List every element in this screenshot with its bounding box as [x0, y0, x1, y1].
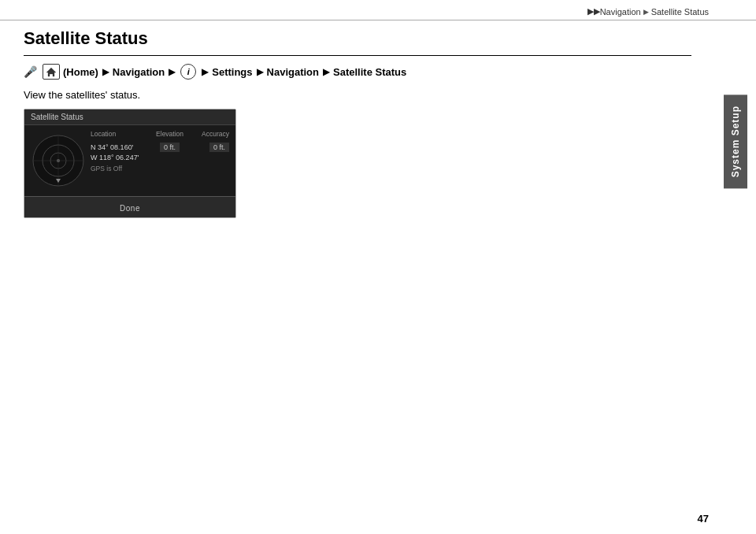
col-header-accuracy: Accuracy [190, 130, 229, 138]
arrow-3: ▶ [202, 67, 208, 77]
page-description: View the satellites' status. [24, 89, 691, 101]
arrow-4: ▶ [257, 67, 263, 77]
svg-marker-0 [46, 68, 56, 76]
col-header-elevation: Elevation [150, 130, 189, 138]
done-bar[interactable]: Done [24, 196, 235, 217]
satellite-screen: Satellite Status [24, 109, 236, 218]
elevation-box: 0 ft. [160, 143, 180, 152]
arrow-2: ▶ [169, 67, 175, 77]
mic-symbol: 🎤 [24, 65, 37, 78]
right-sidebar: System Setup [715, 0, 756, 534]
breadcrumb-satellite: Satellite Status [333, 66, 406, 78]
info-icon[interactable]: i [180, 64, 196, 80]
radar-svg [32, 134, 85, 187]
radar-area [31, 130, 86, 191]
nav-breadcrumb: 🎤 (Home) ▶ Navigation ▶ i ▶ Settings ▶ N… [24, 64, 691, 80]
screen-title: Satellite Status [24, 109, 235, 125]
lon-value: W 118° 06.247' [91, 153, 150, 163]
done-button-label[interactable]: Done [120, 204, 140, 213]
col-header-location: Location [91, 130, 150, 138]
elevation-value: 0 ft. [150, 143, 189, 162]
accuracy-box: 0 ft. [209, 143, 229, 152]
location-value: N 34° 08.160' W 118° 06.247' [91, 143, 150, 162]
home-icon[interactable] [43, 64, 60, 80]
accuracy-value: 0 ft. [190, 143, 229, 162]
arrow-5: ▶ [323, 67, 329, 77]
arrow-1: ▶ [102, 67, 109, 77]
data-headers: Location Elevation Accuracy [91, 130, 229, 139]
breadcrumb-nav-1: Navigation [113, 66, 165, 78]
home-paren: (Home) [63, 66, 98, 78]
screen-body: Location Elevation Accuracy N 34° 08.160… [24, 125, 235, 196]
data-values: N 34° 08.160' W 118° 06.247' 0 ft. 0 ft. [91, 143, 229, 162]
gps-status: GPS is Off [91, 165, 229, 172]
lat-value: N 34° 08.160' [91, 143, 150, 153]
sidebar-label: System Setup [724, 95, 747, 188]
breadcrumb-settings: Settings [212, 66, 252, 78]
breadcrumb-nav-2: Navigation [267, 66, 319, 78]
page-title: Satellite Status [24, 28, 691, 56]
main-content: Satellite Status 🎤 (Home) ▶ Navigation ▶… [0, 0, 715, 534]
data-panel: Location Elevation Accuracy N 34° 08.160… [91, 130, 229, 191]
page-number: 47 [698, 513, 709, 525]
